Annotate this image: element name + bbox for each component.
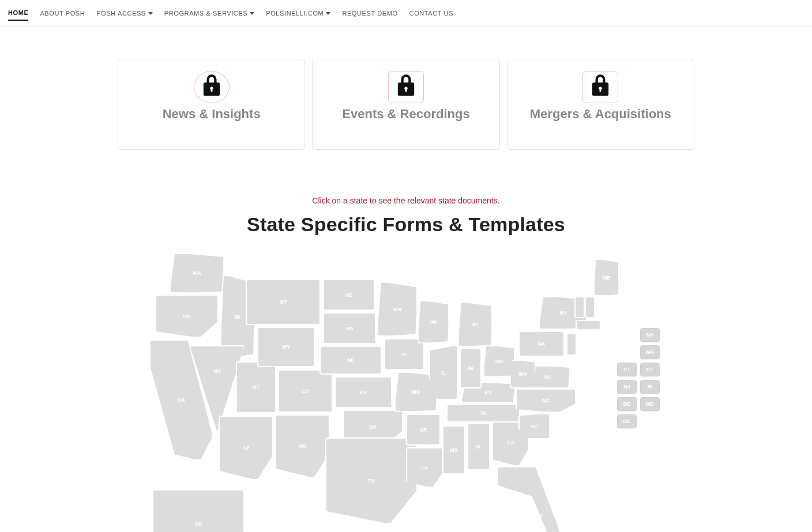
state-label: OK — [369, 424, 377, 430]
state-label: AK — [195, 521, 202, 527]
state-label: WA — [193, 270, 201, 276]
state-label: NH — [646, 332, 654, 338]
state-label: IL — [441, 370, 446, 376]
state-label: MS — [450, 447, 458, 453]
section-hint: Click on a state to see the relevant sta… — [118, 196, 694, 205]
state-co[interactable]: CO — [278, 369, 333, 413]
nav-programs-services[interactable]: PROGRAMS & SERVICES — [164, 6, 254, 20]
state-label: MT — [280, 299, 287, 305]
section-title: State Specific Forms & Templates — [118, 213, 694, 236]
state-nc[interactable]: NC — [516, 388, 576, 413]
card-events-recordings[interactable]: Events & Recordings — [312, 59, 499, 150]
state-ak[interactable]: AK — [152, 489, 245, 532]
state-label: LA — [422, 465, 428, 470]
state-label: DE — [623, 401, 631, 407]
state-sd[interactable]: SD — [323, 312, 376, 344]
nav-home[interactable]: HOME — [8, 6, 28, 21]
state-ut[interactable]: UT — [236, 361, 276, 413]
state-label: SD — [346, 326, 354, 331]
nav-label: POSH ACCESS — [96, 10, 145, 17]
state-small-ne4[interactable] — [566, 333, 577, 356]
state-label: DC — [623, 418, 631, 424]
state-nd[interactable]: ND — [323, 279, 375, 311]
state-wi[interactable]: WI — [418, 300, 449, 344]
state-nh[interactable]: NH — [640, 328, 660, 342]
nav-label: CONTACT US — [409, 10, 454, 17]
state-me[interactable]: ME — [593, 259, 619, 296]
nav-label: ABOUT POSH — [40, 10, 85, 17]
state-ne[interactable]: NE — [319, 346, 382, 375]
state-label: TN — [480, 410, 487, 416]
state-md[interactable]: MD — [640, 397, 660, 411]
state-label: RI — [648, 384, 653, 390]
card-title: Mergers & Acquisitions — [513, 107, 688, 122]
state-label: KY — [484, 390, 492, 395]
nav-about-posh[interactable]: ABOUT POSH — [40, 6, 85, 20]
state-label: IN — [468, 365, 473, 371]
us-map: WA OR CA ID NV UT AZ MT WY CO NM ND SD N… — [146, 247, 666, 532]
state-oh[interactable]: OH — [483, 345, 515, 377]
state-ar[interactable]: AR — [406, 414, 441, 446]
state-de[interactable]: DE — [617, 397, 637, 411]
state-small-ne3[interactable] — [576, 320, 601, 330]
state-nm[interactable]: NM — [275, 414, 330, 478]
state-label: ND — [345, 292, 353, 298]
state-label: IA — [402, 352, 407, 357]
state-ri[interactable]: RI — [640, 380, 660, 394]
state-label: NV — [213, 368, 221, 374]
state-label: NE — [347, 357, 355, 363]
state-label: CT — [646, 367, 653, 372]
state-wv[interactable]: WV — [510, 360, 536, 388]
state-label: MO — [412, 389, 420, 395]
state-mt[interactable]: MT — [246, 279, 321, 325]
state-label: OH — [495, 359, 503, 364]
state-label: OR — [183, 314, 191, 319]
lock-icon — [591, 74, 610, 100]
state-small-ne1[interactable] — [585, 296, 595, 318]
state-nj[interactable]: NJ — [617, 380, 637, 394]
state-label: ME — [603, 275, 611, 281]
state-legend-left: VT NJ DE DC — [617, 363, 637, 428]
state-wa[interactable]: WA — [170, 253, 224, 293]
card-title: News & Insights — [124, 107, 299, 122]
state-ma[interactable]: MA — [640, 345, 660, 359]
nav-label: POLSINELLI.COM — [266, 10, 324, 17]
state-label: AR — [420, 427, 427, 433]
state-ct[interactable]: CT — [640, 363, 660, 376]
state-label: NC — [542, 398, 550, 403]
chevron-down-icon — [250, 12, 254, 15]
state-az[interactable]: AZ — [219, 416, 273, 480]
state-wy[interactable]: WY — [257, 327, 315, 367]
nav-polsinelli[interactable]: POLSINELLI.COM — [266, 6, 330, 20]
state-ms[interactable]: MS — [442, 425, 465, 474]
state-label: WI — [430, 319, 437, 325]
card-title: Events & Recordings — [318, 107, 493, 122]
nav-request-demo[interactable]: REQUEST DEMO — [342, 6, 397, 20]
state-ks[interactable]: KS — [334, 376, 392, 408]
state-tn[interactable]: TN — [446, 404, 520, 422]
state-la[interactable]: LA — [406, 447, 443, 488]
state-label: MA — [646, 349, 654, 355]
state-mi[interactable]: MI — [458, 302, 493, 347]
nav-posh-access[interactable]: POSH ACCESS — [96, 6, 152, 20]
state-in[interactable]: IN — [460, 348, 482, 388]
state-label: FL — [537, 512, 544, 518]
nav-label: REQUEST DEMO — [342, 10, 397, 17]
nav-contact-us[interactable]: CONTACT US — [409, 6, 454, 20]
state-label: TX — [368, 478, 375, 484]
state-or[interactable]: OR — [155, 295, 219, 338]
state-al[interactable]: AL — [467, 423, 490, 470]
state-tx[interactable]: TX — [325, 437, 418, 524]
state-small-ne2[interactable] — [574, 296, 585, 318]
state-dc[interactable]: DC — [617, 414, 637, 428]
card-news-insights[interactable]: News & Insights — [118, 59, 305, 150]
state-vt[interactable]: VT — [617, 363, 637, 376]
state-pa[interactable]: PA — [518, 331, 565, 357]
feature-cards: News & Insights Events & Recordings Merg… — [118, 59, 694, 150]
state-label: NM — [299, 443, 307, 449]
card-mergers-acquisitions[interactable]: Mergers & Acquisitions — [507, 59, 694, 150]
state-mn[interactable]: MN — [377, 282, 418, 337]
lock-icon — [396, 74, 416, 100]
nav-label: HOME — [8, 9, 28, 16]
state-fl[interactable]: FL — [497, 466, 561, 532]
